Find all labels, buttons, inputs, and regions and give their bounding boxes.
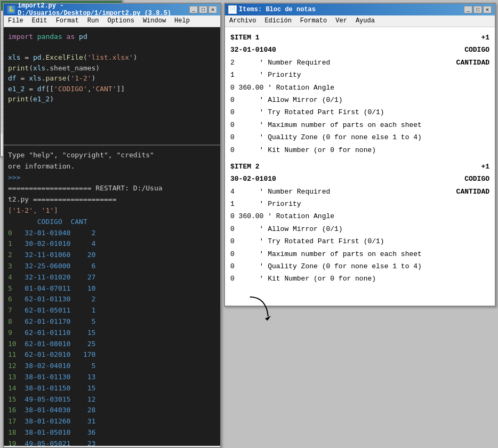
python-console[interactable]: Type "help", "copyright", "credits" ore … (4, 145, 220, 446)
notepad-menu-archivo[interactable]: Archivo (227, 17, 258, 26)
maximize-button[interactable]: □ (199, 6, 207, 13)
menu-window[interactable]: Window (141, 17, 168, 26)
item1-field-4: 0 ' Try Rotated Part First (0/1) (230, 106, 489, 118)
menu-run[interactable]: Run (85, 17, 101, 26)
python-title: import2.py - D:/Usuarios/Desktop/1/impor… (18, 2, 187, 17)
notepad-menu-ver[interactable]: Ver (333, 17, 349, 26)
notepad-icon: 📄 (228, 5, 237, 14)
notepad-title-bar: 📄 Items: Bloc de notas _ □ ✕ (225, 4, 495, 15)
python-editor[interactable]: import pandas as pd xls = pd.ExcelFile('… (4, 27, 220, 145)
notepad-content[interactable]: $ITEM 1 +1 32-01-01040 CODIGO 2 ' Number… (225, 27, 495, 306)
item2-field-7: 0 ' Kit Number (or 0 for none) (230, 273, 489, 285)
notepad-menu-edicion[interactable]: Edición (262, 17, 293, 26)
menu-help[interactable]: Help (172, 17, 192, 26)
item1-field-3: 0 ' Allow Mirror (0/1) (230, 94, 489, 106)
item1-field-1: 1 ' Priority (230, 69, 489, 81)
notepad-close[interactable]: ✕ (483, 6, 492, 13)
item2-code: 30-02-01010 (230, 173, 276, 185)
item2-label: $ITEM 2 (230, 161, 260, 173)
item1-field-5: 0 ' Maximum number of parts on each shee… (230, 119, 489, 131)
item1-code-row: 32-01-01040 CODIGO (230, 44, 489, 56)
item1-field-7: 0 ' Kit Number (or 0 for none) (230, 144, 489, 156)
item1-header: $ITEM 1 +1 (230, 31, 489, 44)
item2-header: $ITEM 2 +1 (230, 161, 489, 173)
notepad-menu-ayuda[interactable]: Ayuda (354, 17, 377, 26)
item2-field-3: 0 ' Allow Mirror (0/1) (230, 223, 489, 235)
notepad-maximize[interactable]: □ (473, 6, 482, 13)
item2-field-2: 0 360.00 ' Rotation Angle (230, 210, 489, 222)
close-button[interactable]: ✕ (208, 6, 217, 13)
item2-code-row: 30-02-01010 CODIGO (230, 173, 489, 185)
menu-options[interactable]: Options (105, 17, 136, 26)
item1-label: $ITEM 1 (230, 31, 260, 44)
python-icon: 🐍 (7, 5, 15, 14)
item2-field-6: 0 ' Quality Zone (0 for none else 1 to 4… (230, 260, 489, 273)
item2-field-1: 1 ' Priority (230, 198, 489, 210)
window-controls: _ □ ✕ (189, 6, 217, 13)
notepad-controls: _ □ ✕ (464, 6, 492, 13)
item1-field-2: 0 360.00 ' Rotation Angle (230, 82, 489, 94)
item2-field-0: 4 ' Number Required CANTIDAD (230, 186, 489, 198)
item1-field-0: 2 ' Number Required CANTIDAD (230, 57, 489, 69)
python-menu-bar: File Edit Format Run Options Window Help (4, 15, 220, 27)
notepad-window: 📄 Items: Bloc de notas _ □ ✕ Archivo Edi… (224, 3, 496, 307)
svg-marker-0 (265, 315, 271, 321)
item2-field-4: 0 ' Try Rotated Part First (0/1) (230, 235, 489, 247)
menu-format[interactable]: Format (54, 17, 81, 26)
item2-plus1: +1 (481, 161, 489, 173)
notepad-menu-bar: Archivo Edición Formato Ver Ayuda (225, 15, 495, 27)
menu-file[interactable]: File (6, 17, 26, 26)
python-title-bar: 🐍 import2.py - D:/Usuarios/Desktop/1/imp… (4, 4, 220, 15)
notepad-title: Items: Bloc de notas (239, 6, 462, 13)
notepad-minimize[interactable]: _ (464, 6, 472, 13)
item1-field-6: 0 ' Quality Zone (0 for none else 1 to 4… (230, 131, 489, 143)
python-ide-window: 🐍 import2.py - D:/Usuarios/Desktop/1/imp… (3, 3, 221, 448)
item2-codigo-label: CODIGO (464, 173, 489, 185)
item1-codigo-label: CODIGO (464, 44, 489, 56)
menu-edit[interactable]: Edit (30, 17, 50, 26)
notepad-menu-formato[interactable]: Formato (298, 17, 329, 26)
item2-field-5: 0 ' Maximum number of parts on each shee… (230, 248, 489, 260)
item1-plus1: +1 (481, 31, 489, 44)
minimize-button[interactable]: _ (189, 6, 198, 13)
item1-code: 32-01-01040 (230, 44, 276, 56)
